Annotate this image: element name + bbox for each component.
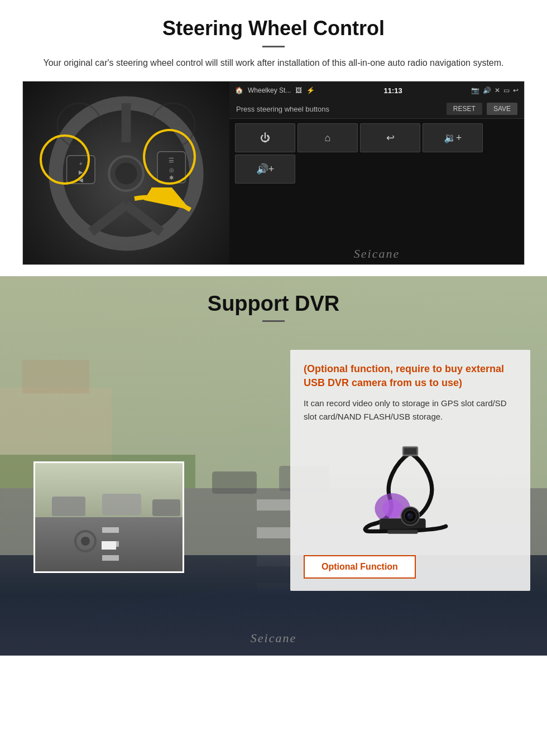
back-button[interactable]: ↩ <box>360 123 420 152</box>
function-buttons-row: ⏻ ⌂ ↩ 🔉+ 🔊+ <box>229 119 524 188</box>
svg-rect-34 <box>102 541 119 547</box>
vol-up-icon: 🔊+ <box>256 163 275 175</box>
statusbar-time: 11:13 <box>384 86 402 95</box>
svg-point-5 <box>115 162 137 184</box>
back-nav-icon: ↩ <box>513 86 519 94</box>
save-button[interactable]: SAVE <box>487 103 517 115</box>
dvr-title-area: Support DVR <box>0 276 547 328</box>
volume-icon: 🔊 <box>483 86 491 94</box>
dvr-title: Support DVR <box>0 292 547 316</box>
steering-title: Steering Wheel Control <box>22 17 525 40</box>
dvr-camera-image <box>304 432 517 544</box>
circle-highlight-left <box>40 134 90 185</box>
home-btn-icon: ⌂ <box>325 132 331 144</box>
usb-dvr-camera-svg <box>354 438 466 538</box>
android-statusbar: 🏠 Wheelkey St... 🖼 ⚡ 11:13 📷 🔊 ✕ ▭ ↩ <box>229 81 524 99</box>
statusbar-right: 📷 🔊 ✕ ▭ ↩ <box>471 86 519 94</box>
vol-up-button[interactable]: 🔊+ <box>235 155 295 184</box>
dvr-description: It can record video only to storage in G… <box>304 397 517 423</box>
thumb-scene <box>35 463 184 573</box>
vol-down-button[interactable]: 🔉+ <box>423 123 483 152</box>
direction-arrow <box>129 187 196 232</box>
power-button[interactable]: ⏻ <box>235 123 295 152</box>
app-name: Wheelkey St... <box>248 86 291 94</box>
seicane-watermark-steering: Seicane <box>229 241 524 264</box>
close-icon: ✕ <box>495 86 500 94</box>
wheelkey-controls-bar: Press steering wheel buttons RESET SAVE <box>229 99 524 119</box>
statusbar-left: 🏠 Wheelkey St... 🖼 ⚡ <box>235 86 315 94</box>
control-action-buttons: RESET SAVE <box>447 103 517 115</box>
dvr-info-card: (Optional function, require to buy exter… <box>290 350 530 591</box>
svg-rect-39 <box>404 449 416 455</box>
svg-rect-30 <box>52 497 85 516</box>
title-divider <box>262 46 285 47</box>
dvr-left-panel <box>17 350 279 573</box>
reset-button[interactable]: RESET <box>447 103 482 115</box>
home-button[interactable]: ⌂ <box>298 123 358 152</box>
usb-icon: ⚡ <box>306 86 315 94</box>
svg-point-41 <box>382 499 402 518</box>
dvr-thumbnail <box>33 461 184 573</box>
dvr-optional-label: (Optional function, require to buy exter… <box>304 362 517 390</box>
power-icon: ⏻ <box>260 132 270 144</box>
vol-down-icon: 🔉+ <box>444 132 462 144</box>
circle-highlight-right <box>143 129 196 185</box>
svg-point-37 <box>81 537 90 546</box>
camera-icon: 📷 <box>471 86 479 94</box>
svg-rect-32 <box>152 499 180 516</box>
dvr-divider <box>262 320 285 322</box>
dvr-section: Support DVR <box>0 276 547 656</box>
steering-wheel-section: Steering Wheel Control Your original car… <box>0 0 547 276</box>
steering-wheel-photo: + ▶ ◀ ☰ ◎ ✱ <box>23 81 229 265</box>
svg-rect-35 <box>102 555 119 561</box>
steering-image-area: + ▶ ◀ ☰ ◎ ✱ <box>22 81 525 265</box>
svg-rect-31 <box>102 494 141 515</box>
screen-icon: ▭ <box>503 86 510 94</box>
svg-rect-47 <box>387 530 418 534</box>
image-icon: 🖼 <box>295 86 302 94</box>
back-icon: ↩ <box>386 132 395 144</box>
dvr-content-row: (Optional function, require to buy exter… <box>0 339 547 602</box>
steering-description: Your original car's steering wheel contr… <box>22 56 525 70</box>
seicane-watermark-dvr: Seicane <box>251 631 296 646</box>
optional-function-button[interactable]: Optional Function <box>304 555 416 579</box>
home-icon: 🏠 <box>235 86 243 94</box>
android-ui-panel: 🏠 Wheelkey St... 🖼 ⚡ 11:13 📷 🔊 ✕ ▭ ↩ Pre… <box>229 81 524 264</box>
svg-rect-33 <box>102 527 119 533</box>
svg-line-2 <box>91 205 126 232</box>
svg-point-46 <box>407 514 410 516</box>
press-prompt: Press steering wheel buttons <box>236 105 329 113</box>
